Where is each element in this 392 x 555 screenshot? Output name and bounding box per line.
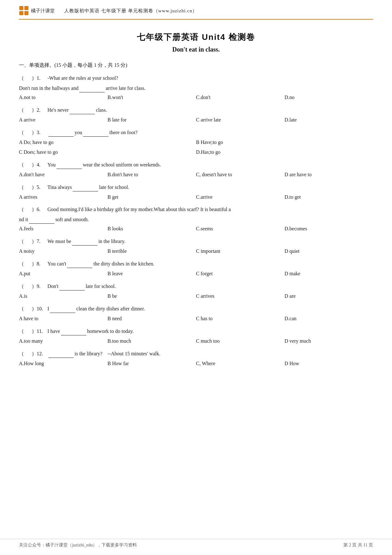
q6-optA: A.feels xyxy=(19,224,107,234)
q4-blank xyxy=(57,160,82,169)
q6-text: Good morning.I'd like a birthday gift fo… xyxy=(47,205,373,214)
question-12: （ ）12. is the library? --About 15 minute… xyxy=(19,349,373,368)
q12-blank xyxy=(48,349,74,358)
q11-text: I have homework to do today. xyxy=(47,327,373,335)
q9-optB: B be xyxy=(107,292,196,301)
q7-blank xyxy=(72,237,97,246)
q2-line1: （ ）2. He's never class. xyxy=(19,105,373,114)
q11-optA: A.too many xyxy=(19,337,107,346)
q7-optD: D quiet xyxy=(285,247,373,256)
q1-num: （ ）1. xyxy=(19,74,47,82)
q9-blank xyxy=(59,282,85,290)
q6-line1: （ ）6. Good morning.I'd like a birthday g… xyxy=(19,205,373,214)
q3-num: （ ）3. xyxy=(19,128,47,137)
question-7: （ ）7. We must be in the library. A noisy… xyxy=(19,237,373,256)
q12-options: A.How long B How far C, Where D How xyxy=(19,359,373,368)
q5-line1: （ ）5. Tina always late for school. xyxy=(19,183,373,191)
q8-optA: A.put xyxy=(19,269,107,278)
question-2: （ ）2. He's never class. A arrive B late … xyxy=(19,105,373,125)
q10-text: I clean the dirty dishes after dinner. xyxy=(47,304,373,313)
q10-blank xyxy=(50,304,75,313)
header: 橘子汁课堂 人教版初中英语 七年级下册 单元检测卷（www.juzizhi.cn… xyxy=(19,0,373,20)
question-4: （ ）4. You wear the school uniform on wee… xyxy=(19,160,373,179)
question-11: （ ）11. I have homework to do today. A.to… xyxy=(19,327,373,346)
question-10: （ ）10. I clean the dirty dishes after di… xyxy=(19,304,373,323)
q2-optC: C arrive late xyxy=(196,115,285,125)
q6-blank xyxy=(29,215,54,224)
q5-num: （ ）5. xyxy=(19,183,47,191)
q10-num: （ ）10. xyxy=(19,304,47,313)
q4-optA: A.don't have xyxy=(19,170,107,179)
q4-num: （ ）4. xyxy=(19,160,47,169)
q9-text: Don't late for school. xyxy=(47,282,373,290)
q3-options-row1: A Do; have to go B Have;to go xyxy=(19,138,373,147)
q1-optC: C.don't xyxy=(196,93,285,102)
q8-line1: （ ）8. You can't the dirty dishes in the … xyxy=(19,259,373,268)
question-9: （ ）9. Don't late for school. A.is B be C… xyxy=(19,282,373,301)
q9-optC: C arrives xyxy=(196,292,285,301)
q10-optC: C has to xyxy=(196,314,285,323)
q8-options: A.put B leave C forget D make xyxy=(19,269,373,278)
q5-optB: B get xyxy=(107,193,196,202)
q1-cont: Don't run in the hallways and arrive lat… xyxy=(19,84,373,92)
q5-optD: D.to get xyxy=(285,193,373,202)
q10-line1: （ ）10. I clean the dirty dishes after di… xyxy=(19,304,373,313)
logo-block: 橘子汁课堂 xyxy=(19,6,55,16)
q5-optA: A arrives xyxy=(19,193,107,202)
q11-optD: D very much xyxy=(285,337,373,346)
q12-optD: D How xyxy=(285,359,373,368)
q1-optA: A.not to xyxy=(19,93,107,102)
q7-num: （ ）7. xyxy=(19,237,47,246)
q10-options: A have to B need C has to D.can xyxy=(19,314,373,323)
q6-cont: nd it soft and smooth. xyxy=(19,215,373,224)
q10-optA: A have to xyxy=(19,314,107,323)
q3-optA: A Do; have to go xyxy=(19,138,196,147)
q3-options-row2: C Does; have to go D.Has;to go xyxy=(19,148,373,157)
q7-optC: C important xyxy=(196,247,285,256)
q12-num: （ ）12. xyxy=(19,349,47,358)
q9-optD: D are xyxy=(285,292,373,301)
footer-left: 关注公众号：橘子汁课堂（juzizhi_edu），下载更多学习资料 xyxy=(19,542,137,548)
q12-text: is the library? --About 15 minutes' walk… xyxy=(47,349,373,358)
question-3: （ ）3. you there on foot? A Do; have to g… xyxy=(19,128,373,157)
q11-options: A.too many B.too much C much too D very … xyxy=(19,337,373,346)
q7-optA: A noisy xyxy=(19,247,107,256)
q1-optB: B.won't xyxy=(107,93,196,102)
q12-line1: （ ）12. is the library? --About 15 minute… xyxy=(19,349,373,358)
q1-blank xyxy=(79,84,105,92)
question-1: （ ）1. -What are the rules at your school… xyxy=(19,74,373,102)
q5-optC: C.arrive xyxy=(196,193,285,202)
question-6: （ ）6. Good morning.I'd like a birthday g… xyxy=(19,205,373,234)
header-title: 人教版初中英语 七年级下册 单元检测卷（www.juzizhi.cn） xyxy=(64,8,198,14)
q7-optB: B terrible xyxy=(107,247,196,256)
q3-text: you there on foot? xyxy=(47,128,373,137)
q8-optB: B leave xyxy=(107,269,196,278)
section1-header: 一、单项选择。(15 小题，每小题 1 分，共 15 分) xyxy=(19,62,373,69)
q4-optB: B.don't have to xyxy=(107,170,196,179)
q9-num: （ ）9. xyxy=(19,282,47,290)
q8-optC: C forget xyxy=(196,269,285,278)
q6-optC: C.seems xyxy=(196,224,285,234)
svg-rect-1 xyxy=(24,6,28,10)
q4-line1: （ ）4. You wear the school uniform on wee… xyxy=(19,160,373,169)
q3-optB: B Have;to go xyxy=(196,138,373,147)
q7-options: A noisy B terrible C important D quiet xyxy=(19,247,373,256)
sub-title: Don't eat in class. xyxy=(19,46,373,53)
q9-options: A.is B be C arrives D are xyxy=(19,292,373,301)
q4-optC: C, doesn't have to xyxy=(196,170,285,179)
q5-text: Tina always late for school. xyxy=(47,183,373,191)
q6-options: A.feels B looks C.seems D.becomes xyxy=(19,224,373,234)
q6-num: （ ）6. xyxy=(19,205,47,214)
svg-rect-0 xyxy=(19,6,23,10)
footer-right: 第 2 页 共 11 页 xyxy=(343,542,373,548)
q3-blank1 xyxy=(48,128,74,137)
q1-line1: （ ）1. -What are the rules at your school… xyxy=(19,74,373,82)
q2-blank xyxy=(70,105,95,114)
page: 橘子汁课堂 人教版初中英语 七年级下册 单元检测卷（www.juzizhi.cn… xyxy=(0,0,392,555)
q9-optA: A.is xyxy=(19,292,107,301)
q3-optC: C Does; have to go xyxy=(19,148,196,157)
q6-optD: D.becomes xyxy=(285,224,373,234)
q12-optC: C, Where xyxy=(196,359,285,368)
q11-blank xyxy=(61,327,86,335)
q11-num: （ ）11. xyxy=(19,327,47,335)
